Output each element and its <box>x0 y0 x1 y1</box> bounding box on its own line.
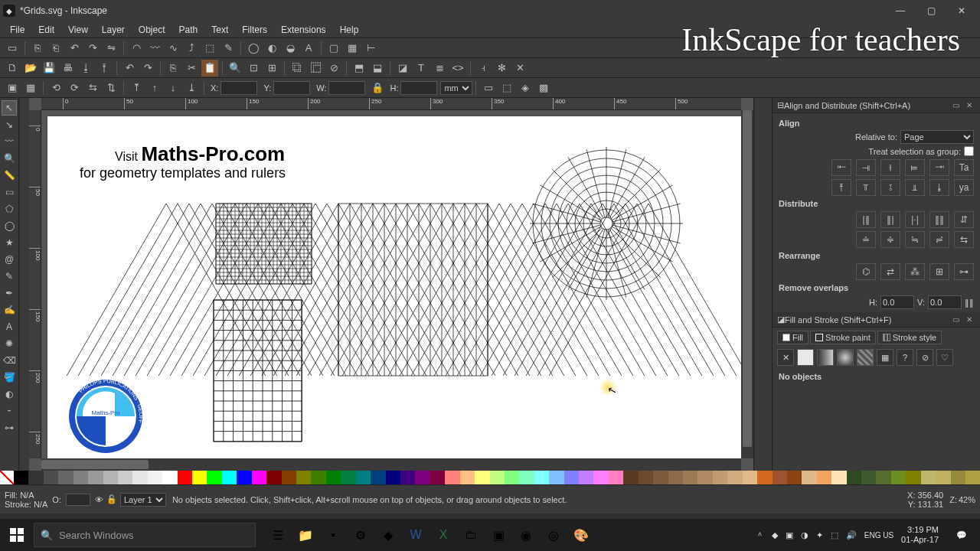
flip-vertical-button[interactable]: ⇅ <box>103 80 119 96</box>
align-text-v-button[interactable]: ya <box>954 179 974 196</box>
cut-button[interactable]: ✂ <box>183 60 200 77</box>
xml-button[interactable]: <> <box>449 60 466 77</box>
select-same-button[interactable]: ⎘ <box>29 40 46 57</box>
palette-swatch[interactable] <box>266 471 281 484</box>
menu-text[interactable]: Text <box>204 23 235 37</box>
raise-button[interactable]: ↑ <box>146 80 163 96</box>
palette-swatch[interactable] <box>713 471 727 484</box>
chrome-icon[interactable]: ◉ <box>513 522 539 548</box>
palette-swatch[interactable] <box>44 471 58 484</box>
select-all-button[interactable]: ▭ <box>4 40 21 57</box>
relative-to-select[interactable]: Page <box>900 130 974 144</box>
palette-swatch[interactable] <box>653 471 668 484</box>
grid-button[interactable]: ▦ <box>344 40 361 57</box>
lower-button[interactable]: ↓ <box>165 80 181 96</box>
unknown-paint-button[interactable]: ? <box>897 349 913 366</box>
palette-swatch[interactable] <box>787 471 802 484</box>
dist-left-button[interactable]: |‖ <box>856 211 876 228</box>
palette-swatch[interactable] <box>178 471 192 484</box>
palette-swatch[interactable] <box>876 471 890 484</box>
close-button[interactable]: ✕ <box>946 0 977 21</box>
palette-swatch[interactable] <box>356 471 371 484</box>
duplicate-button[interactable]: ⿻ <box>289 60 305 77</box>
minimize-button[interactable]: — <box>885 0 916 21</box>
palette-swatch[interactable] <box>921 471 936 484</box>
h-input[interactable] <box>400 81 437 95</box>
treat-group-checkbox[interactable] <box>964 146 974 156</box>
palette-swatch[interactable] <box>505 471 519 484</box>
notification-icon[interactable]: 💬 <box>946 519 977 551</box>
menu-path[interactable]: Path <box>172 23 205 37</box>
menu-edit[interactable]: Edit <box>31 23 61 37</box>
palette-swatch[interactable] <box>579 471 593 484</box>
export-button[interactable]: ⭱ <box>96 60 113 77</box>
align-bottom-edge-button[interactable]: ⭳ <box>929 179 949 196</box>
eraser-tool[interactable]: ⌫ <box>2 353 17 368</box>
settings-icon[interactable]: ⚙ <box>348 522 374 548</box>
palette-swatch[interactable] <box>28 471 43 484</box>
palette-swatch[interactable] <box>623 471 638 484</box>
connector-tool[interactable]: ⊶ <box>2 420 17 435</box>
dist-equal-h-button[interactable]: ⇵ <box>954 211 974 228</box>
palette-swatch[interactable] <box>326 471 341 484</box>
fill-stroke-button[interactable]: ◪ <box>394 60 411 77</box>
text-tool[interactable]: A <box>2 319 17 334</box>
intersection-button[interactable]: ◒ <box>282 40 299 57</box>
palette-swatch[interactable] <box>341 471 355 484</box>
deselect-button[interactable]: ⎗ <box>47 40 64 57</box>
palette-swatch[interactable] <box>252 471 266 484</box>
align-right-edge-button[interactable]: ⭲ <box>929 159 949 176</box>
overlap-h-input[interactable] <box>880 295 914 309</box>
ungroup-button[interactable]: ⬓ <box>369 60 386 77</box>
redo-button[interactable]: ↷ <box>139 60 156 77</box>
3dbox-tool[interactable]: ⬠ <box>2 201 17 217</box>
save-button[interactable]: 💾 <box>41 60 57 77</box>
remove-overlaps-button[interactable]: ‖‖ <box>965 298 974 308</box>
align-left-edge-button[interactable]: ⭰ <box>831 159 851 176</box>
spray-tool[interactable]: ✺ <box>2 336 17 351</box>
bezier-tool[interactable]: ✒ <box>2 285 17 301</box>
palette-swatch[interactable] <box>460 471 475 484</box>
palette-swatch[interactable] <box>831 471 846 484</box>
docprops-button[interactable]: ✕ <box>511 60 528 77</box>
align-top-edge-button[interactable]: ⭱ <box>831 179 851 196</box>
lock-wh-button[interactable]: 🔒 <box>369 80 386 96</box>
move-pattern-button[interactable]: ▩ <box>535 80 552 96</box>
text-tool-button[interactable]: A <box>300 40 317 57</box>
to-path-button[interactable]: ◠ <box>128 40 145 57</box>
palette-swatch[interactable] <box>861 471 876 484</box>
palette-swatch[interactable] <box>743 471 757 484</box>
unclump-button[interactable]: ⊞ <box>929 263 949 280</box>
star-tool[interactable]: ★ <box>2 235 17 250</box>
menu-help[interactable]: Help <box>333 23 366 37</box>
inkscape-task-icon[interactable]: ◆ <box>375 522 401 548</box>
connector-layout-button[interactable]: ⊶ <box>954 263 974 280</box>
color-palette[interactable] <box>0 471 980 484</box>
zoom-tool[interactable]: 🔍 <box>2 151 17 166</box>
ruler-vertical[interactable]: 050100150200250 <box>29 110 41 458</box>
rotate-cw-button[interactable]: ↷ <box>84 40 101 57</box>
align-button[interactable]: ⫞ <box>475 60 492 77</box>
palette-swatch[interactable] <box>430 471 445 484</box>
palette-swatch[interactable] <box>549 471 564 484</box>
palette-swatch[interactable] <box>118 471 132 484</box>
palette-swatch[interactable] <box>222 471 237 484</box>
align-center-v-button[interactable]: ⫱ <box>880 179 900 196</box>
palette-swatch[interactable] <box>773 471 787 484</box>
overlap-v-input[interactable] <box>928 295 962 309</box>
dist-gap-h-button[interactable]: |·| <box>905 211 925 228</box>
flatten-button[interactable]: 〰 <box>146 40 163 57</box>
pattern-button[interactable] <box>857 349 874 366</box>
palette-swatch[interactable] <box>148 471 162 484</box>
select-all-layers-button[interactable]: ▣ <box>4 80 21 96</box>
trace-button[interactable]: ⬚ <box>201 40 218 57</box>
tab-fill[interactable]: Fill <box>777 331 808 344</box>
palette-swatch[interactable] <box>282 471 296 484</box>
flip-horizontal-button[interactable]: ⇆ <box>84 80 101 96</box>
fill-panel-close-button[interactable]: ✕ <box>963 314 975 326</box>
exchange-button[interactable]: ⇄ <box>880 263 900 280</box>
snap-toolbar[interactable] <box>753 98 772 471</box>
import-button[interactable]: ⭳ <box>77 60 94 77</box>
tray-app3-icon[interactable]: ◑ <box>801 530 808 540</box>
zoom-fit-button[interactable]: 🔍 <box>227 60 243 77</box>
